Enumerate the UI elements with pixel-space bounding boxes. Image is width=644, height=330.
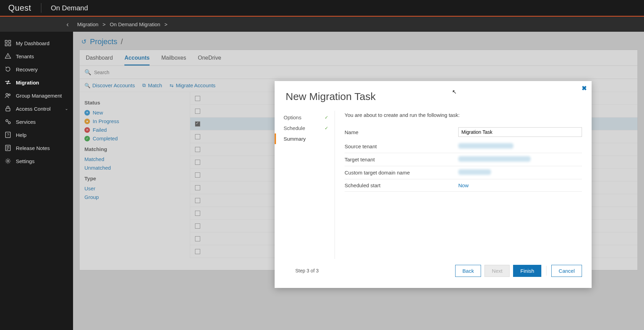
sidebar-item-services[interactable]: Services <box>0 115 73 128</box>
field-label-source: Source tenant <box>345 143 458 149</box>
check-icon: ✓ <box>325 115 328 120</box>
wizard-step-options[interactable]: Options✓ <box>275 112 335 123</box>
breadcrumb-item[interactable]: On Demand Migration <box>110 21 160 27</box>
svg-point-18 <box>7 160 9 162</box>
next-button: Next <box>484 265 510 277</box>
sidebar-label: Release Notes <box>16 145 50 151</box>
sidebar-label: My Dashboard <box>16 40 50 46</box>
notes-icon <box>5 145 11 151</box>
sidebar-label: Help <box>16 132 27 138</box>
sidebar-item-group-management[interactable]: Group Management <box>0 89 73 102</box>
chevron-down-icon: ⌄ <box>65 106 68 111</box>
gear-icon <box>5 158 11 164</box>
svg-text:?: ? <box>7 133 9 137</box>
dashboard-icon <box>5 40 11 46</box>
svg-rect-3 <box>9 44 11 46</box>
tenants-icon <box>5 53 11 59</box>
breadcrumb-item[interactable]: Migration <box>77 21 99 27</box>
close-icon[interactable]: ✖ <box>582 84 587 92</box>
sidebar-item-settings[interactable]: Settings <box>0 154 73 168</box>
svg-point-7 <box>6 93 8 96</box>
field-label-target: Target tenant <box>345 157 458 162</box>
field-label-name: Name <box>345 129 458 135</box>
wizard-step-summary[interactable]: Summary <box>275 133 335 144</box>
services-icon <box>5 119 11 125</box>
sidebar-item-recovery[interactable]: Recovery <box>0 63 73 76</box>
redacted-value <box>458 156 531 162</box>
group-icon <box>5 92 11 99</box>
svg-rect-2 <box>5 44 7 46</box>
quest-logo: Quest <box>8 3 31 13</box>
migration-icon <box>5 79 11 86</box>
sidebar-label: Group Management <box>16 93 62 99</box>
sidebar-label: Access Control <box>16 106 51 112</box>
finish-button[interactable]: Finish <box>513 265 541 277</box>
field-label-scheduled: Scheduled start <box>345 182 458 188</box>
new-migration-task-modal: ✖ New Migration Task Options✓ Schedule✓ … <box>275 81 592 288</box>
wizard-content: You are about to create and run the foll… <box>335 111 592 259</box>
cancel-button[interactable]: Cancel <box>551 265 582 277</box>
sidebar: My Dashboard Tenants Recovery Migration … <box>0 32 73 330</box>
header-divider <box>41 3 41 13</box>
top-bar: Quest On Demand <box>0 0 644 17</box>
sidebar-label: Recovery <box>16 67 38 72</box>
breadcrumb-bar: ‹ Migration > On Demand Migration > <box>0 17 644 32</box>
modal-title: New Migration Task <box>275 81 592 111</box>
scheduled-start-value[interactable]: Now <box>458 182 469 188</box>
redacted-value <box>458 169 491 175</box>
breadcrumb-separator: > <box>164 21 167 27</box>
content-area: ↺ Projects / Dashboard Accounts Mailboxe… <box>73 32 644 330</box>
sidebar-item-release-notes[interactable]: Release Notes <box>0 141 73 154</box>
svg-point-8 <box>9 94 10 96</box>
sidebar-label: Services <box>16 119 36 125</box>
svg-rect-0 <box>5 40 7 42</box>
sidebar-label: Settings <box>16 158 34 164</box>
check-icon: ✓ <box>325 126 328 131</box>
breadcrumb-separator: > <box>103 21 106 27</box>
sidebar-item-tenants[interactable]: Tenants <box>0 50 73 63</box>
sidebar-item-help[interactable]: ? Help <box>0 128 73 141</box>
task-name-input[interactable] <box>458 127 582 137</box>
sidebar-label: Migration <box>16 80 39 86</box>
step-indicator: Step 3 of 3 <box>284 268 345 273</box>
back-button[interactable]: Back <box>455 265 481 277</box>
summary-intro-text: You are about to create and run the foll… <box>345 112 582 118</box>
lock-icon <box>5 106 11 112</box>
sidebar-label: Tenants <box>16 53 34 59</box>
button-divider <box>546 266 546 276</box>
breadcrumb-back-icon[interactable]: ‹ <box>62 20 73 28</box>
svg-rect-9 <box>6 108 10 111</box>
svg-rect-1 <box>9 40 11 42</box>
cursor-icon: ↖ <box>452 89 457 95</box>
svg-point-10 <box>6 120 8 122</box>
sidebar-item-access-control[interactable]: Access Control ⌄ <box>0 102 73 115</box>
wizard-steps: Options✓ Schedule✓ Summary <box>275 111 335 259</box>
sidebar-item-migration[interactable]: Migration <box>0 76 73 89</box>
wizard-step-schedule[interactable]: Schedule✓ <box>275 123 335 133</box>
sidebar-item-dashboard[interactable]: My Dashboard <box>0 37 73 50</box>
svg-point-11 <box>8 122 10 124</box>
recovery-icon <box>5 66 11 72</box>
app-title: On Demand <box>51 4 88 12</box>
help-icon: ? <box>5 132 11 138</box>
redacted-value <box>458 143 513 149</box>
field-label-domain: Custom target domain name <box>345 170 458 176</box>
